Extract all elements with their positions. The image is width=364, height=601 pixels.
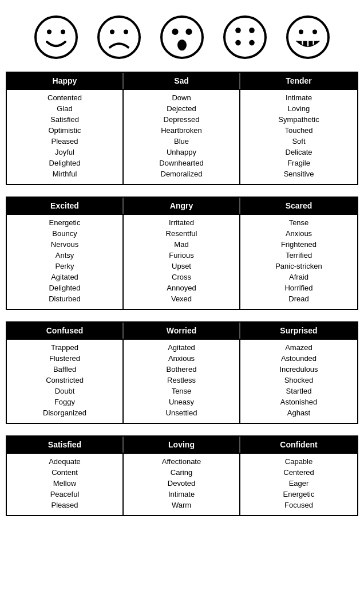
section-2-columns: TrappedFlusteredBaffledConstrictedDoubtF… — [7, 340, 357, 423]
emotion-item: Blue — [128, 136, 235, 147]
svg-point-11 — [235, 28, 241, 33]
emotion-item: Cross — [128, 272, 235, 282]
emotion-section-1: ExcitedAngryScaredEnergeticBouncyNervous… — [6, 197, 358, 310]
emotion-item: Baffled — [11, 364, 118, 375]
sections-container: HappySadTenderContentedGladSatisfiedOpti… — [6, 72, 358, 516]
section-1-col-1-header: Angry — [124, 198, 240, 214]
section-3-col-1-header: Loving — [124, 437, 240, 453]
emotion-item: Afraid — [245, 272, 353, 282]
emotion-item: Heartbroken — [128, 125, 235, 136]
emotion-item: Sensitive — [245, 168, 353, 179]
svg-point-5 — [124, 29, 128, 34]
emotion-item: Astonished — [245, 396, 353, 407]
section-1-col-1: IrritatedResentfulMadFuriousUpsetCrossAn… — [124, 215, 240, 309]
emotion-item: Shocked — [245, 375, 353, 386]
section-2-headers: ConfusedWorriedSurprised — [7, 323, 357, 340]
sad-emoji — [96, 14, 142, 60]
emotion-item: Bouncy — [11, 228, 118, 239]
emotion-section-0: HappySadTenderContentedGladSatisfiedOpti… — [6, 72, 358, 185]
emotion-item: Foggy — [11, 396, 118, 407]
emotion-item: Antsy — [11, 250, 118, 261]
emotion-item: Tense — [128, 386, 235, 396]
svg-point-9 — [177, 40, 187, 50]
emotion-item: Content — [11, 467, 118, 478]
section-3-headers: SatisfiedLovingConfident — [7, 437, 357, 454]
emotion-item: Delighted — [11, 282, 118, 293]
section-0-col-1-header: Sad — [124, 73, 240, 89]
emotion-item: Satisfied — [11, 114, 118, 125]
emotion-item: Centered — [245, 467, 353, 478]
emotion-item: Depressed — [128, 114, 235, 125]
emotion-item: Energetic — [245, 489, 353, 500]
emotion-item: Devoted — [128, 478, 235, 489]
section-0-col-1: DownDejectedDepressedHeartbrokenBlueUnha… — [124, 90, 240, 184]
emotion-item: Unhappy — [128, 147, 235, 158]
svg-point-2 — [61, 29, 65, 34]
emotion-item: Astounded — [245, 353, 353, 364]
emotion-item: Affectionate — [128, 456, 235, 467]
emotion-item: Mad — [128, 239, 235, 250]
emotion-item: Sympathetic — [245, 114, 353, 125]
emotion-item: Glad — [11, 103, 118, 114]
emotion-item: Doubt — [11, 386, 118, 396]
emotion-item: Contented — [11, 92, 118, 103]
emotion-item: Tense — [245, 217, 353, 228]
svg-point-16 — [299, 29, 303, 34]
svg-point-12 — [249, 28, 255, 33]
emotion-item: Horrified — [245, 282, 353, 293]
emotion-item: Bothered — [128, 364, 235, 375]
emotion-item: Disorganized — [11, 407, 118, 418]
emotion-item: Downhearted — [128, 158, 235, 168]
section-1-columns: EnergeticBouncyNervousAntsyPerkyAgitated… — [7, 215, 357, 309]
emoji-header-row — [6, 6, 358, 72]
svg-point-10 — [224, 17, 266, 58]
emotion-item: Terrified — [245, 250, 353, 261]
emotion-item: Focused — [245, 500, 353, 510]
emotion-item: Agitated — [11, 272, 118, 282]
section-0-headers: HappySadTender — [7, 73, 357, 90]
emotion-item: Resentful — [128, 228, 235, 239]
svg-point-7 — [172, 29, 178, 35]
emotion-item: Agitated — [128, 342, 235, 353]
svg-point-1 — [47, 29, 52, 34]
emotion-item: Dejected — [128, 103, 235, 114]
section-3-col-2: CapableCenteredEagerEnergeticFocused — [240, 454, 357, 515]
section-2-col-1-header: Worried — [124, 323, 240, 339]
emotion-item: Warm — [128, 500, 235, 510]
section-0-col-2: IntimateLovingSympatheticTouchedSoftDeli… — [240, 90, 357, 184]
emotion-item: Disturbed — [11, 293, 118, 304]
section-1-headers: ExcitedAngryScared — [7, 198, 357, 215]
emotion-item: Caring — [128, 467, 235, 478]
svg-point-0 — [35, 17, 77, 58]
emotion-item: Vexed — [128, 293, 235, 304]
section-2-col-2-header: Surprised — [240, 323, 357, 339]
section-2-col-1: AgitatedAnxiousBotheredRestlessTenseUnea… — [124, 340, 240, 423]
emotion-item: Amazed — [245, 342, 353, 353]
emotion-item: Anxious — [245, 228, 353, 239]
emotion-item: Pleased — [11, 500, 118, 510]
emotion-section-3: SatisfiedLovingConfidentAdequateContentM… — [6, 435, 358, 516]
section-0-col-0-header: Happy — [7, 73, 124, 89]
emotion-item: Energetic — [11, 217, 118, 228]
emotion-item: Capable — [245, 456, 353, 467]
emotion-item: Demoralized — [128, 168, 235, 179]
section-0-col-0: ContentedGladSatisfiedOptimisticPleasedJ… — [7, 90, 124, 184]
happy-emoji — [33, 14, 79, 60]
svg-point-14 — [249, 40, 255, 46]
emotion-item: Constricted — [11, 375, 118, 386]
svg-point-17 — [312, 29, 317, 34]
emotion-item: Uneasy — [128, 396, 235, 407]
emotion-item: Irritated — [128, 217, 235, 228]
section-2-col-0: TrappedFlusteredBaffledConstrictedDoubtF… — [7, 340, 124, 423]
section-3-col-1: AffectionateCaringDevotedIntimateWarm — [124, 454, 240, 515]
emotion-item: Panic-stricken — [245, 261, 353, 272]
surprised-emoji — [159, 14, 205, 60]
section-0-col-2-header: Tender — [240, 73, 357, 89]
emotion-item: Perky — [11, 261, 118, 272]
emotion-item: Aghast — [245, 407, 353, 418]
section-1-col-0-header: Excited — [7, 198, 124, 214]
emotion-item: Dread — [245, 293, 353, 304]
emotion-item: Fragile — [245, 158, 353, 168]
emotion-item: Incredulous — [245, 364, 353, 375]
section-1-col-2: TenseAnxiousFrightenedTerrifiedPanic-str… — [240, 215, 357, 309]
